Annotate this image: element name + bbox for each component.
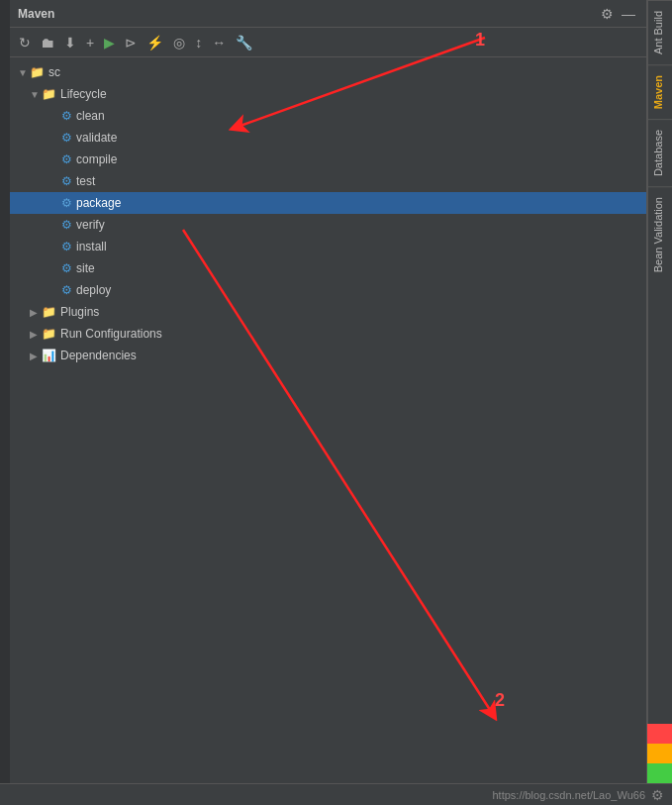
collapse-icon[interactable]: ↔ (209, 34, 229, 51)
sidebar-item-bean-validation[interactable]: Bean Validation (648, 186, 672, 282)
settings-icon[interactable]: ⚙ (598, 5, 617, 23)
validate-label: validate (76, 131, 117, 145)
toggle-run-config[interactable]: ▶ (30, 329, 42, 340)
tree-item-test[interactable]: ⚙ test (10, 170, 646, 192)
deploy-gear-icon: ⚙ (61, 283, 72, 297)
run-config-label: Run Configurations (60, 327, 162, 341)
tree-item-validate[interactable]: ⚙ validate (10, 127, 646, 149)
toggle-lifecycle[interactable]: ▼ (30, 89, 42, 100)
tree-item-plugins[interactable]: ▶ 📁 Plugins (10, 301, 646, 323)
tree-item-lifecycle[interactable]: ▼ 📁 Lifecycle (10, 83, 646, 105)
annotation-1: 1 (475, 30, 485, 50)
toggle-dependencies[interactable]: ▶ (30, 351, 42, 361)
tree-item-package[interactable]: ⚙ package (10, 192, 646, 214)
maven-header: Maven ⚙ — (10, 0, 646, 28)
verify-gear-icon: ⚙ (61, 218, 72, 232)
lifecycle-label: Lifecycle (60, 87, 107, 101)
plugins-label: Plugins (60, 305, 99, 319)
color-green (647, 763, 672, 783)
tree-item-sc[interactable]: ▼ 📁 sc (10, 61, 646, 83)
tree-item-dependencies[interactable]: ▶ 📊 Dependencies (10, 345, 646, 366)
color-yellow (647, 744, 672, 763)
verify-label: verify (76, 218, 105, 232)
settings-bottom-icon[interactable]: ⚙ (651, 787, 664, 803)
run-config-folder-icon: 📁 (42, 327, 56, 341)
plugins-folder-icon: 📁 (42, 305, 56, 319)
clean-gear-icon: ⚙ (61, 109, 72, 123)
toggle-icon[interactable]: ◎ (170, 34, 188, 51)
left-strip (0, 0, 10, 805)
expand-icon[interactable]: ↕ (192, 34, 205, 51)
right-sidebar: Ant Build Maven Database Bean Validation (647, 0, 672, 805)
add-icon[interactable]: + (83, 34, 97, 51)
run-selected-icon[interactable]: ⊳ (122, 34, 140, 51)
dependencies-folder-icon: 📊 (42, 349, 56, 362)
test-label: test (76, 174, 95, 188)
package-gear-icon: ⚙ (61, 196, 72, 210)
color-bar (647, 724, 672, 783)
sidebar-item-maven[interactable]: Maven (648, 64, 672, 119)
annotation-2: 2 (495, 690, 505, 711)
site-label: site (76, 261, 95, 275)
install-label: install (76, 240, 107, 253)
tree-content: ▼ 📁 sc ▼ 📁 Lifecycle ⚙ clean (10, 57, 646, 805)
test-gear-icon: ⚙ (61, 174, 72, 188)
tree-item-deploy[interactable]: ⚙ deploy (10, 279, 646, 301)
sc-folder-icon: 📁 (30, 65, 45, 79)
run-icon[interactable]: ▶ (101, 34, 118, 51)
minimize-icon[interactable]: — (619, 5, 638, 23)
status-bar: https://blog.csdn.net/Lao_Wu66 ⚙ (0, 783, 672, 805)
sidebar-item-ant-build[interactable]: Ant Build (648, 0, 672, 64)
lifecycle-folder-icon: 📁 (42, 87, 56, 101)
tree-item-install[interactable]: ⚙ install (10, 236, 646, 257)
status-url: https://blog.csdn.net/Lao_Wu66 (492, 789, 645, 801)
deploy-label: deploy (76, 283, 111, 297)
tree-item-run-configurations[interactable]: ▶ 📁 Run Configurations (10, 323, 646, 345)
tree-item-compile[interactable]: ⚙ compile (10, 149, 646, 170)
compile-label: compile (76, 152, 117, 166)
package-label: package (76, 196, 121, 210)
sidebar-item-database[interactable]: Database (648, 119, 672, 186)
sc-label: sc (48, 65, 60, 79)
validate-gear-icon: ⚙ (61, 131, 72, 145)
header-icons: ⚙ — (598, 5, 638, 23)
folder-icon[interactable]: 🖿 (38, 34, 57, 51)
dependencies-label: Dependencies (60, 349, 137, 362)
wrench-icon[interactable]: 🔧 (233, 34, 255, 51)
clean-label: clean (76, 109, 105, 123)
compile-gear-icon: ⚙ (61, 152, 72, 166)
toolbar: ↻ 🖿 ⬇ + ▶ ⊳ ⚡ ◎ ↕ ↔ 🔧 (10, 28, 646, 57)
site-gear-icon: ⚙ (61, 261, 72, 275)
download-icon[interactable]: ⬇ (61, 34, 79, 51)
install-gear-icon: ⚙ (61, 240, 72, 253)
toggle-sc[interactable]: ▼ (18, 67, 30, 78)
maven-panel: Maven ⚙ — ↻ 🖿 ⬇ + ▶ ⊳ ⚡ ◎ ↕ ↔ 🔧 ▼ (10, 0, 647, 805)
maven-title: Maven (18, 7, 54, 21)
refresh-icon[interactable]: ↻ (16, 34, 34, 51)
tree-item-verify[interactable]: ⚙ verify (10, 214, 646, 236)
toggle-plugins[interactable]: ▶ (30, 307, 42, 318)
run-lifecycle-icon[interactable]: ⚡ (144, 34, 166, 51)
tree-item-site[interactable]: ⚙ site (10, 257, 646, 279)
color-red (647, 724, 672, 744)
tree-item-clean[interactable]: ⚙ clean (10, 105, 646, 127)
